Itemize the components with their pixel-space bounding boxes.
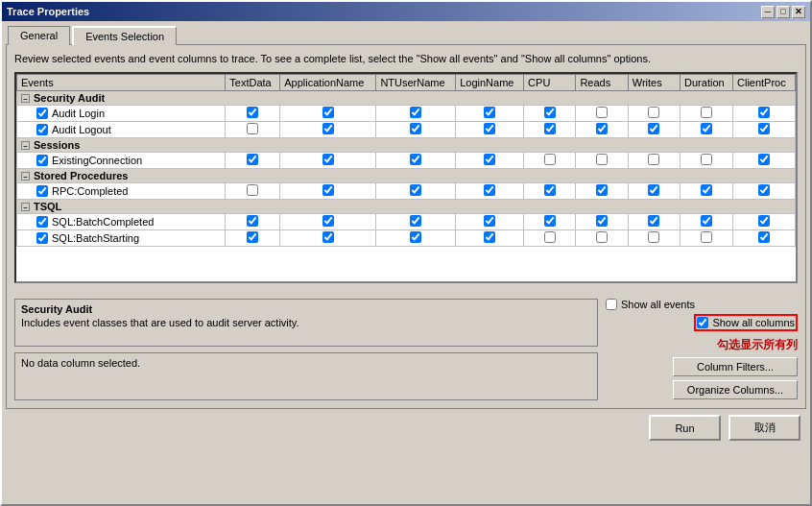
loginname-checkbox[interactable] <box>484 231 495 243</box>
writes-checkbox[interactable] <box>648 231 659 243</box>
col-header-clientproc: ClientProc <box>733 75 796 91</box>
col-cell-loginname <box>456 230 524 247</box>
minimize-button[interactable]: ─ <box>761 6 775 18</box>
show-all-columns-checkbox[interactable] <box>697 317 708 328</box>
horizontal-scrollbar[interactable] <box>14 283 798 293</box>
close-button[interactable]: ✕ <box>792 6 805 18</box>
textdata-checkbox[interactable] <box>247 184 258 196</box>
cpu-checkbox[interactable] <box>544 107 556 118</box>
applicationname-checkbox[interactable] <box>322 123 334 134</box>
textdata-checkbox[interactable] <box>247 107 258 118</box>
clientproc-checkbox[interactable] <box>758 215 770 227</box>
reads-checkbox[interactable] <box>596 231 608 243</box>
table-group-row: –Stored Procedures <box>17 169 796 183</box>
tab-events-selection[interactable]: Events Selection <box>72 26 177 45</box>
applicationname-checkbox[interactable] <box>322 215 334 227</box>
col-cell-duration <box>681 106 733 122</box>
cancel-button[interactable]: 取消 <box>728 415 800 441</box>
writes-checkbox[interactable] <box>648 107 659 118</box>
col-cell-clientproc <box>733 183 796 200</box>
col-header-duration: Duration <box>681 75 733 91</box>
reads-checkbox[interactable] <box>596 123 608 134</box>
clientproc-checkbox[interactable] <box>758 154 770 165</box>
col-cell-applicationname <box>280 122 376 138</box>
cpu-checkbox[interactable] <box>544 154 556 165</box>
textdata-checkbox[interactable] <box>247 154 258 165</box>
ntusername-checkbox[interactable] <box>410 154 421 165</box>
duration-checkbox[interactable] <box>701 123 712 134</box>
col-header-applicationname: ApplicationName <box>280 75 376 91</box>
collapse-icon[interactable]: – <box>21 94 30 103</box>
loginname-checkbox[interactable] <box>484 215 495 227</box>
col-cell-reads <box>576 122 628 138</box>
duration-checkbox[interactable] <box>701 154 712 165</box>
applicationname-checkbox[interactable] <box>322 184 334 196</box>
loginname-checkbox[interactable] <box>484 123 495 134</box>
reads-checkbox[interactable] <box>596 184 608 196</box>
textdata-checkbox[interactable] <box>247 231 258 243</box>
col-cell-duration <box>681 183 733 200</box>
loginname-checkbox[interactable] <box>484 154 495 165</box>
group-name: Stored Procedures <box>34 170 128 181</box>
cpu-checkbox[interactable] <box>544 231 556 243</box>
duration-checkbox[interactable] <box>701 184 712 196</box>
duration-checkbox[interactable] <box>701 107 712 118</box>
tab-general[interactable]: General <box>8 26 70 45</box>
writes-checkbox[interactable] <box>648 215 659 227</box>
row-event-checkbox[interactable] <box>36 185 48 197</box>
col-cell-clientproc <box>733 106 796 122</box>
cpu-checkbox[interactable] <box>544 123 556 134</box>
row-event-checkbox[interactable] <box>36 155 48 166</box>
reads-checkbox[interactable] <box>596 215 608 227</box>
events-table-container[interactable]: Events TextData ApplicationName NTUserNa… <box>14 72 798 283</box>
writes-checkbox[interactable] <box>648 154 659 165</box>
organize-columns-button[interactable]: Organize Columns... <box>673 380 798 399</box>
show-all-events-checkbox[interactable] <box>606 299 617 310</box>
collapse-icon[interactable]: – <box>21 172 30 181</box>
collapse-icon[interactable]: – <box>21 141 30 150</box>
textdata-checkbox[interactable] <box>247 123 258 134</box>
row-label: SQL:BatchCompleted <box>21 216 221 228</box>
loginname-checkbox[interactable] <box>484 184 495 196</box>
row-label: Audit Login <box>21 108 221 119</box>
reads-checkbox[interactable] <box>596 154 608 165</box>
show-all-events-label: Show all events <box>621 299 695 310</box>
col-cell-reads <box>576 106 628 122</box>
ntusername-checkbox[interactable] <box>410 123 421 134</box>
clientproc-checkbox[interactable] <box>758 184 770 196</box>
run-button[interactable]: Run <box>649 415 721 441</box>
group-name: Security Audit <box>34 92 105 104</box>
textdata-checkbox[interactable] <box>247 215 258 227</box>
cpu-checkbox[interactable] <box>544 215 556 227</box>
col-cell-loginname <box>456 153 524 169</box>
duration-checkbox[interactable] <box>701 215 712 227</box>
ntusername-checkbox[interactable] <box>410 107 421 118</box>
ntusername-checkbox[interactable] <box>410 184 421 196</box>
loginname-checkbox[interactable] <box>484 107 495 118</box>
collapse-icon[interactable]: – <box>21 203 30 211</box>
table-row: RPC:Completed <box>17 183 796 200</box>
maximize-button[interactable]: □ <box>776 6 790 18</box>
column-filters-button[interactable]: Column Filters... <box>673 357 798 376</box>
clientproc-checkbox[interactable] <box>758 123 770 134</box>
duration-checkbox[interactable] <box>701 231 712 243</box>
applicationname-checkbox[interactable] <box>322 231 334 243</box>
cpu-checkbox[interactable] <box>544 184 556 196</box>
row-event-checkbox[interactable] <box>36 124 48 135</box>
reads-checkbox[interactable] <box>596 107 608 118</box>
col-cell-writes <box>628 183 680 200</box>
row-event-checkbox[interactable] <box>36 216 48 228</box>
applicationname-checkbox[interactable] <box>322 154 334 165</box>
table-row: ExistingConnection <box>17 153 796 169</box>
clientproc-checkbox[interactable] <box>758 107 770 118</box>
ntusername-checkbox[interactable] <box>410 215 421 227</box>
row-event-checkbox[interactable] <box>36 108 48 119</box>
writes-checkbox[interactable] <box>648 184 659 196</box>
writes-checkbox[interactable] <box>648 123 659 134</box>
row-event-checkbox[interactable] <box>36 232 48 244</box>
applicationname-checkbox[interactable] <box>322 107 334 118</box>
row-event-label: Audit Login <box>52 108 105 119</box>
ntusername-checkbox[interactable] <box>410 231 421 243</box>
col-header-events: Events <box>17 75 226 91</box>
clientproc-checkbox[interactable] <box>758 231 770 243</box>
